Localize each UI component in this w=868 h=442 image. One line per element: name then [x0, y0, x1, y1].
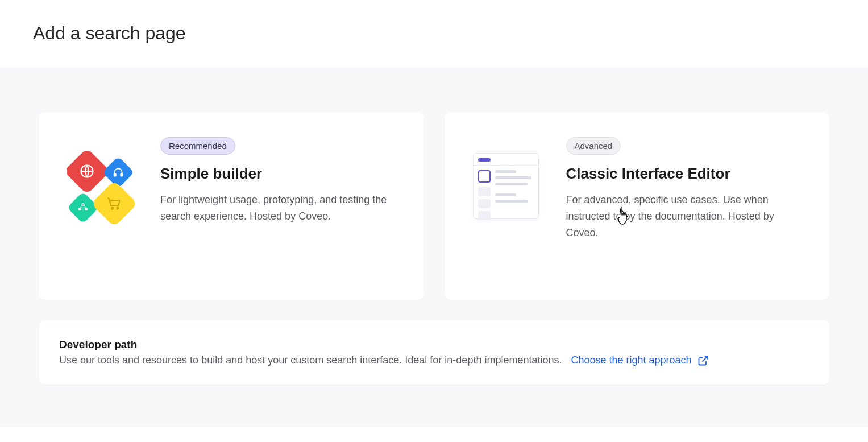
globe-icon: [64, 148, 110, 195]
svg-point-5: [85, 208, 87, 210]
content-area: Recommended Simple builder For lightweig…: [0, 68, 868, 427]
simple-builder-title: Simple builder: [160, 165, 402, 183]
developer-path-title: Developer path: [59, 338, 809, 351]
option-cards-row: Recommended Simple builder For lightweig…: [39, 112, 829, 300]
svg-point-4: [79, 208, 81, 210]
svg-point-7: [117, 208, 118, 209]
recommended-badge: Recommended: [160, 137, 235, 155]
external-link-icon: [697, 355, 709, 366]
svg-point-6: [111, 208, 113, 209]
developer-path-card: Developer path Use our tools and resourc…: [39, 320, 829, 385]
choose-approach-link[interactable]: Choose the right approach: [571, 354, 708, 366]
page-header: Add a search page: [0, 0, 868, 68]
simple-builder-icon: [60, 146, 140, 226]
headset-icon: [102, 156, 135, 189]
svg-point-3: [82, 204, 84, 205]
cart-icon: [91, 180, 138, 227]
advanced-badge: Advanced: [566, 137, 621, 155]
simple-builder-content: Recommended Simple builder For lightweig…: [160, 135, 402, 225]
classic-editor-title: Classic Interface Editor: [566, 165, 808, 183]
choose-approach-link-label: Choose the right approach: [571, 354, 691, 366]
classic-editor-card[interactable]: Advanced Classic Interface Editor For ad…: [445, 112, 830, 300]
nodes-icon: [67, 192, 99, 224]
classic-editor-description: For advanced, specific use cases. Use wh…: [566, 192, 808, 241]
svg-rect-2: [121, 174, 122, 176]
developer-path-text: Use our tools and resources to build and…: [59, 354, 562, 366]
classic-editor-icon: [466, 146, 546, 226]
simple-builder-card[interactable]: Recommended Simple builder For lightweig…: [39, 112, 424, 300]
svg-rect-1: [114, 174, 116, 176]
simple-builder-description: For lightweight usage, prototyping, and …: [160, 192, 402, 225]
page-title: Add a search page: [33, 23, 835, 44]
classic-editor-content: Advanced Classic Interface Editor For ad…: [566, 135, 808, 241]
